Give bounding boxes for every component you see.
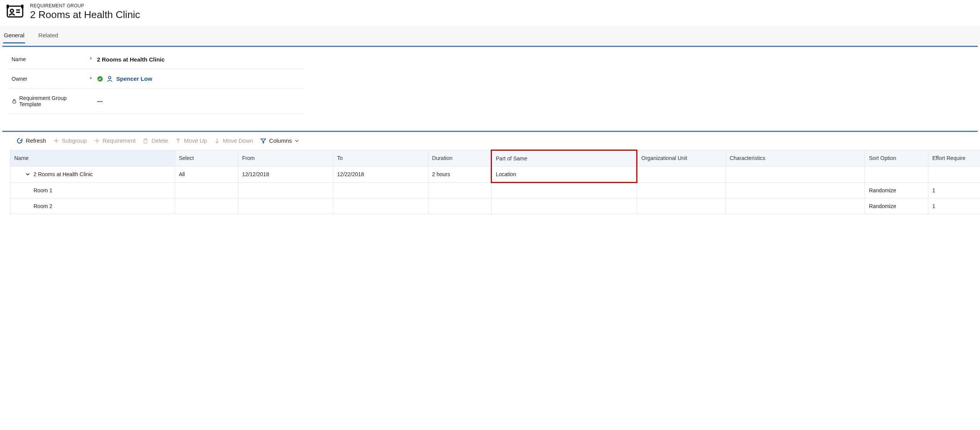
svg-rect-8 <box>13 101 16 103</box>
cell-partofsame <box>492 198 637 214</box>
grid-section: Refresh Subgroup Requirement Delete Move… <box>2 131 978 214</box>
cell-partofsame: Location <box>492 166 637 182</box>
cell-sortoption: Randomize <box>865 182 928 198</box>
col-select[interactable]: Select <box>175 150 238 166</box>
moveup-button: Move Up <box>175 137 207 144</box>
cell-effortreq: 1 <box>928 198 980 214</box>
filter-icon <box>260 138 266 144</box>
form-tabbar: General Related <box>0 26 980 43</box>
page-title: 2 Rooms at Health Clinic <box>30 8 140 21</box>
moveup-label: Move Up <box>184 137 207 144</box>
svg-rect-2 <box>21 5 23 8</box>
field-owner[interactable]: Owner * Spencer Low <box>8 69 304 89</box>
cell-name: Room 2 <box>10 198 175 214</box>
cell-select <box>175 198 238 214</box>
cell-effortreq <box>928 166 980 182</box>
field-name-value: 2 Rooms at Health Clinic <box>97 56 165 63</box>
col-name[interactable]: Name <box>10 150 175 166</box>
col-characteristics[interactable]: Characteristics <box>726 150 865 166</box>
entity-icon <box>6 4 24 19</box>
cell-effortreq: 1 <box>928 182 980 198</box>
cell-partofsame <box>492 182 637 198</box>
cell-characteristics <box>726 198 865 214</box>
cell-orgunit <box>637 166 726 182</box>
trash-icon <box>142 138 149 144</box>
col-from[interactable]: From <box>238 150 333 166</box>
field-template-value: --- <box>97 98 103 104</box>
cell-sortoption <box>865 166 928 182</box>
col-partofsame[interactable]: Part of Same <box>492 150 637 166</box>
cell-orgunit <box>637 198 726 214</box>
movedown-label: Move Down <box>223 137 253 144</box>
form-section: Name * 2 Rooms at Health Clinic Owner * … <box>2 46 978 122</box>
cell-duration: 2 hours <box>428 166 491 182</box>
required-marker <box>89 98 93 104</box>
table-row[interactable]: 2 Rooms at Health Clinic All 12/12/2018 … <box>10 166 980 182</box>
person-icon <box>106 75 113 82</box>
cell-characteristics <box>726 182 865 198</box>
arrow-down-icon <box>214 138 220 144</box>
plus-icon <box>94 138 100 144</box>
cell-characteristics <box>726 166 865 182</box>
requirement-button: Requirement <box>94 137 136 144</box>
cell-from: 12/12/2018 <box>238 166 333 182</box>
requirement-label: Requirement <box>103 137 136 144</box>
page-header: REQUIREMENT GROUP 2 Rooms at Health Clin… <box>0 0 980 26</box>
col-orgunit[interactable]: Organizational Unit <box>637 150 726 166</box>
svg-point-3 <box>10 9 13 12</box>
chevron-down-icon <box>294 138 299 143</box>
movedown-button: Move Down <box>214 137 253 144</box>
cell-orgunit <box>637 182 726 198</box>
subgroup-label: Subgroup <box>62 137 87 144</box>
refresh-icon <box>16 137 23 144</box>
table-row[interactable]: Room 1 Randomize 1 <box>10 182 980 198</box>
tab-related[interactable]: Related <box>37 30 59 43</box>
subgroup-button: Subgroup <box>53 137 87 144</box>
cell-duration <box>428 182 491 198</box>
required-marker: * <box>89 76 93 82</box>
cell-to <box>333 198 428 214</box>
page-supertitle: REQUIREMENT GROUP <box>30 3 140 8</box>
field-name[interactable]: Name * 2 Rooms at Health Clinic <box>8 50 304 69</box>
columns-label: Columns <box>269 137 292 144</box>
grid-header-row: Name Select From To Duration Part of Sam… <box>10 150 980 166</box>
tab-general[interactable]: General <box>3 30 25 43</box>
cell-to: 12/22/2018 <box>333 166 428 182</box>
col-duration[interactable]: Duration <box>428 150 491 166</box>
cell-from <box>238 198 333 214</box>
field-template-label: Requirement Group Template <box>19 95 85 107</box>
svg-rect-1 <box>7 5 9 8</box>
cell-duration <box>428 198 491 214</box>
requirements-grid: Name Select From To Duration Part of Sam… <box>10 150 980 214</box>
lock-icon <box>12 98 17 104</box>
status-online-icon <box>97 76 103 82</box>
col-sortoption[interactable]: Sort Option <box>865 150 928 166</box>
table-row[interactable]: Room 2 Randomize 1 <box>10 198 980 214</box>
columns-button[interactable]: Columns <box>260 137 299 144</box>
cell-to <box>333 182 428 198</box>
cell-select: All <box>175 166 238 182</box>
arrow-up-icon <box>175 138 181 144</box>
cell-name: 2 Rooms at Health Clinic <box>33 171 93 177</box>
cell-sortoption: Randomize <box>865 198 928 214</box>
col-effortreq[interactable]: Effort Require <box>928 150 980 166</box>
cell-name: Room 1 <box>10 182 175 198</box>
required-marker: * <box>89 56 93 62</box>
refresh-button[interactable]: Refresh <box>16 137 46 144</box>
delete-button: Delete <box>142 137 168 144</box>
svg-point-7 <box>109 76 111 78</box>
plus-icon <box>53 138 59 144</box>
grid-toolbar: Refresh Subgroup Requirement Delete Move… <box>2 132 978 150</box>
refresh-label: Refresh <box>26 137 46 144</box>
field-name-label: Name <box>12 56 26 62</box>
chevron-down-icon[interactable] <box>25 172 30 177</box>
field-owner-label: Owner <box>12 76 27 82</box>
owner-link[interactable]: Spencer Low <box>116 75 152 82</box>
svg-rect-13 <box>144 140 147 143</box>
cell-select <box>175 182 238 198</box>
col-to[interactable]: To <box>333 150 428 166</box>
delete-label: Delete <box>151 137 168 144</box>
cell-from <box>238 182 333 198</box>
field-template[interactable]: Requirement Group Template --- <box>8 89 304 114</box>
